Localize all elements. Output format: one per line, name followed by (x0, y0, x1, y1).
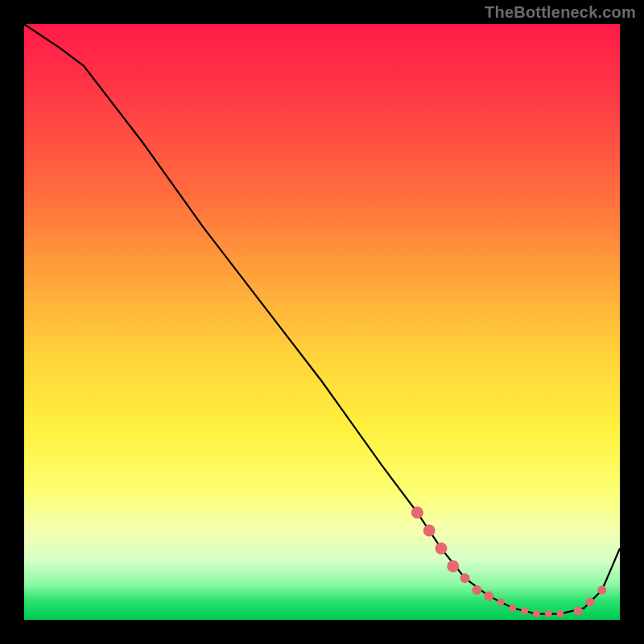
highlight-dot (586, 597, 595, 606)
highlight-dot (557, 610, 564, 617)
highlight-dot (509, 605, 516, 612)
highlight-dot (521, 607, 528, 614)
highlight-dot (574, 606, 583, 615)
highlight-dot (533, 610, 540, 617)
highlight-dot (472, 585, 481, 595)
watermark-text: TheBottleneck.com (485, 3, 636, 22)
highlight-dot (411, 506, 423, 518)
curve-layer (24, 24, 620, 620)
plot-area (24, 24, 620, 620)
chart-frame: TheBottleneck.com (0, 0, 644, 644)
highlight-dot (423, 525, 436, 537)
highlight-dot (497, 598, 505, 605)
bottleneck-curve-path (24, 24, 620, 614)
highlight-dot (447, 560, 459, 572)
highlight-dot (460, 573, 470, 583)
highlight-dot (545, 610, 552, 617)
highlight-dot (484, 591, 493, 601)
highlight-dot (436, 543, 448, 555)
highlight-dots-group (411, 506, 606, 617)
highlight-dot (597, 586, 606, 595)
